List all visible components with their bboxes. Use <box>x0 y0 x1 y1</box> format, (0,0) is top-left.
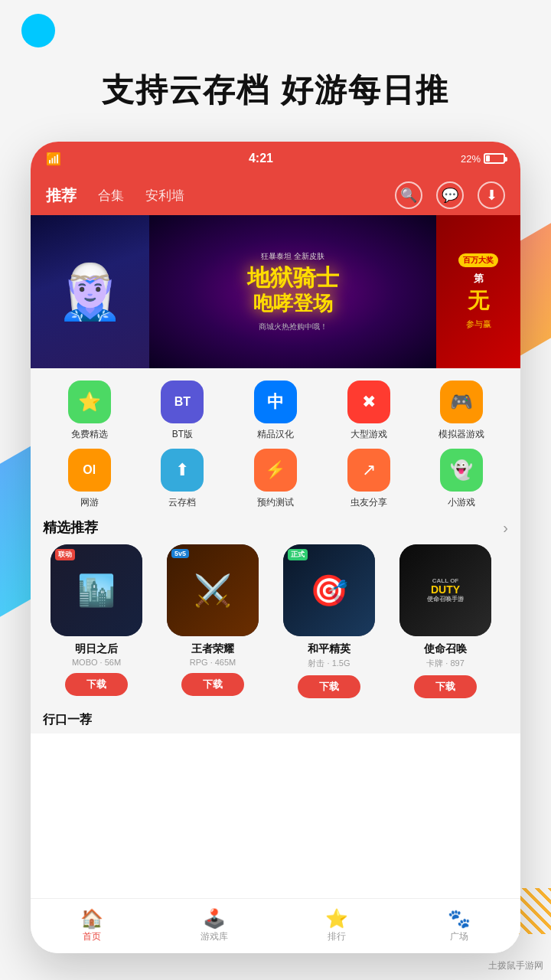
game-card-mingri[interactable]: 🏙️ 联动 明日之后 MOBO · 56M 下载 <box>43 544 150 698</box>
library-icon: 🕹️ <box>203 910 226 928</box>
banner-right[interactable]: 百万大奖 第 无 参与赢 <box>436 215 520 368</box>
rank-icon: ⭐ <box>325 910 348 928</box>
category-small-icon: 👻 <box>440 449 483 492</box>
status-time: 4:21 <box>249 152 273 165</box>
game-icon-wangzhe: ⚔️ 5v5 <box>167 544 259 636</box>
category-chinese[interactable]: 中 精品汉化 <box>229 381 322 441</box>
download-button-mingri[interactable]: 下载 <box>65 673 128 696</box>
banner-left[interactable]: 🧝 <box>31 215 149 368</box>
category-online[interactable]: Ol 网游 <box>43 449 136 509</box>
section-more-button[interactable]: › <box>503 519 508 537</box>
content-area: ⭐ 免费精选 BT BT版 中 精品汉化 ✖ 大型游戏 🎮 模拟器游戏 <box>31 368 520 733</box>
category-free[interactable]: ⭐ 免费精选 <box>43 381 136 441</box>
battery-fill <box>486 155 490 162</box>
game-list: 🏙️ 联动 明日之后 MOBO · 56M 下载 ⚔️ 5v5 王者荣耀 RPG… <box>43 544 508 698</box>
banner-right-text: 第 无 <box>468 272 489 315</box>
category-emulator-label: 模拟器游戏 <box>439 428 484 441</box>
battery-percentage: 22% <box>461 153 481 165</box>
download-button[interactable]: ⬇ <box>478 181 505 209</box>
game-name-wangzhe: 王者荣耀 <box>191 642 234 656</box>
bottom-nav-rank-label: 排行 <box>328 930 346 943</box>
decorative-circle <box>21 14 55 47</box>
game-emoji-mingri: 🏙️ <box>77 573 116 609</box>
game-card-heping[interactable]: 🎯 正式 和平精英 射击 · 1.5G 下载 <box>276 544 383 698</box>
category-share-icon: ↗ <box>347 449 390 492</box>
game-card-wangzhe[interactable]: ⚔️ 5v5 王者荣耀 RPG · 465M 下载 <box>159 544 266 698</box>
search-button[interactable]: 🔍 <box>395 181 422 209</box>
game-icon-mingri: 🏙️ 联动 <box>51 544 142 636</box>
bottom-nav-rank[interactable]: ⭐ 排行 <box>276 910 398 943</box>
home-icon: 🏠 <box>80 910 103 928</box>
category-small-label: 小游戏 <box>448 496 475 509</box>
nav-bar: 推荐 合集 安利墙 🔍 💬 ⬇ <box>31 175 520 215</box>
battery-group: 22% <box>461 153 505 165</box>
category-free-icon: ⭐ <box>68 381 111 423</box>
game-badge-heping: 正式 <box>288 549 308 560</box>
category-big[interactable]: ✖ 大型游戏 <box>322 381 416 441</box>
game-emoji-wangzhe: ⚔️ <box>194 573 232 609</box>
nav-icons-group: 🔍 💬 ⬇ <box>395 181 505 209</box>
bottom-nav-home[interactable]: 🏠 首页 <box>31 910 153 943</box>
watermark: 土拨鼠手游网 <box>488 959 543 972</box>
nav-tab-recommend[interactable]: 推荐 <box>46 185 77 206</box>
nav-tab-anli[interactable]: 安利墙 <box>145 187 184 204</box>
category-preorder-icon: ⚡ <box>254 449 297 492</box>
banner-sub2: 商城火热抢购中哦！ <box>247 322 339 332</box>
category-preorder-label: 预约测试 <box>257 496 294 509</box>
bottom-nav-library[interactable]: 🕹️ 游戏库 <box>153 910 276 943</box>
category-cloud[interactable]: ⬆ 云存档 <box>136 449 230 509</box>
banner-tag: 狂暴泰坦 全新皮肤 <box>247 251 339 262</box>
game-name-mingri: 明日之后 <box>75 642 118 656</box>
game-name-heping: 和平精英 <box>308 642 350 656</box>
game-meta-mingri: MOBO · 56M <box>72 658 121 667</box>
section-title: 精选推荐 <box>43 518 98 537</box>
category-free-label: 免费精选 <box>71 428 108 441</box>
banner-right-badge: 百万大奖 <box>458 253 498 267</box>
game-card-shiming[interactable]: CALL OF DUTY 使命召唤手游 使命召唤 卡牌 · 897 下载 <box>392 544 499 698</box>
category-bt-label: BT版 <box>172 428 193 441</box>
game-emoji-heping: 🎯 <box>310 573 348 609</box>
status-bar: 📶 4:21 22% <box>31 142 520 175</box>
square-icon: 🐾 <box>448 910 471 928</box>
page-headline: 支持云存档 好游每日推 <box>0 69 551 112</box>
download-button-shiming[interactable]: 下载 <box>414 675 477 698</box>
game-badge-wangzhe: 5v5 <box>171 549 189 558</box>
game-meta-heping: 射击 · 1.5G <box>308 658 350 669</box>
category-cloud-label: 云存档 <box>168 496 196 509</box>
category-chinese-icon: 中 <box>254 381 297 423</box>
banner-area[interactable]: 🧝 狂暴泰坦 全新皮肤 地狱骑士 咆哮登场 商城火热抢购中哦！ 百万大奖 第 无… <box>31 215 520 368</box>
decorative-stripe-orange <box>520 219 551 356</box>
nav-tab-collection[interactable]: 合集 <box>98 187 124 204</box>
category-share[interactable]: ↗ 虫友分享 <box>322 449 416 509</box>
banner-center[interactable]: 狂暴泰坦 全新皮肤 地狱骑士 咆哮登场 商城火热抢购中哦！ <box>149 215 436 368</box>
category-big-icon: ✖ <box>347 381 390 423</box>
category-preorder[interactable]: ⚡ 预约测试 <box>229 449 322 509</box>
banner-title: 地狱骑士 <box>247 265 339 290</box>
game-name-shiming: 使命召唤 <box>424 642 467 656</box>
decorative-stripe-blue <box>0 446 31 626</box>
game-badge-mingri: 联动 <box>55 549 75 560</box>
category-chinese-label: 精品汉化 <box>257 428 294 441</box>
download-button-wangzhe[interactable]: 下载 <box>181 673 244 696</box>
category-small[interactable]: 👻 小游戏 <box>415 449 508 509</box>
banner-character-icon: 🧝 <box>57 260 123 323</box>
game-icon-shiming: CALL OF DUTY 使命召唤手游 <box>399 544 491 636</box>
category-big-label: 大型游戏 <box>350 428 387 441</box>
bottom-nav-library-label: 游戏库 <box>201 930 228 943</box>
banner-right-line2: 无 <box>468 286 489 315</box>
game-icon-heping: 🎯 正式 <box>283 544 375 636</box>
section-header: 精选推荐 › <box>43 518 508 537</box>
message-button[interactable]: 💬 <box>436 181 464 209</box>
banner-right-line1: 第 <box>468 272 489 286</box>
category-cloud-icon: ⬆ <box>161 449 204 492</box>
category-emulator-icon: 🎮 <box>440 381 483 423</box>
download-button-heping[interactable]: 下载 <box>298 675 360 698</box>
category-online-icon: Ol <box>68 449 111 492</box>
banner-subtitle: 咆哮登场 <box>247 290 339 317</box>
battery-bar-icon <box>484 153 505 164</box>
category-emulator[interactable]: 🎮 模拟器游戏 <box>415 381 508 441</box>
bottom-nav-square[interactable]: 🐾 广场 <box>398 910 520 943</box>
category-share-label: 虫友分享 <box>350 496 387 509</box>
category-bt[interactable]: BT BT版 <box>136 381 230 441</box>
game-meta-shiming: 卡牌 · 897 <box>426 658 465 669</box>
